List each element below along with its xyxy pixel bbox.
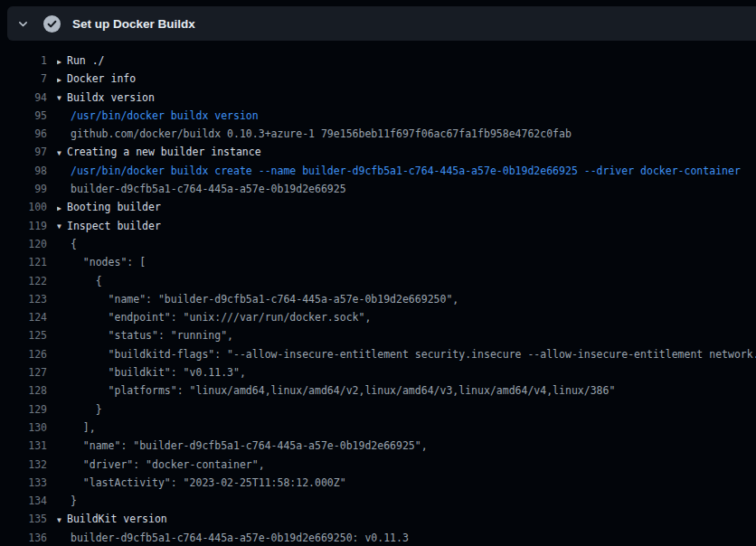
line-number[interactable]: 100 <box>0 198 47 216</box>
log-row: 134} <box>0 492 756 510</box>
output-text: "buildkit": "v0.11.3", <box>57 363 756 381</box>
log-row: 98/usr/bin/docker buildx create --name b… <box>0 162 756 180</box>
log-row: 99builder-d9cfb5a1-c764-445a-a57e-0b19d2… <box>0 180 756 198</box>
group-expanded-arrow-icon[interactable]: ▼ <box>57 512 67 529</box>
group-toggle[interactable]: ▼Inspect builder <box>57 217 756 235</box>
output-text: "name": "builder-d9cfb5a1-c764-445a-a57e… <box>57 290 756 308</box>
output-text: builder-d9cfb5a1-c764-445a-a57e-0b19d2e6… <box>57 180 756 198</box>
line-number[interactable]: 127 <box>0 363 47 381</box>
log-row: 125 "status": "running", <box>0 326 756 344</box>
output-text: } <box>57 492 756 510</box>
log-row: 129 } <box>0 400 756 419</box>
line-number[interactable]: 128 <box>0 381 47 400</box>
group-toggle[interactable]: ▼BuildKit version <box>57 510 756 528</box>
log-row: 128 "platforms": "linux/amd64,linux/amd6… <box>0 381 756 400</box>
output-text: { <box>57 272 756 290</box>
log-row: 95/usr/bin/docker buildx version <box>0 107 756 125</box>
line-number[interactable]: 125 <box>0 326 47 344</box>
line-number[interactable]: 95 <box>0 107 47 125</box>
group-collapsed-arrow-icon[interactable]: ▶ <box>57 71 67 89</box>
line-number[interactable]: 119 <box>0 217 47 235</box>
output-text: ], <box>57 419 756 437</box>
line-number[interactable]: 121 <box>0 253 47 271</box>
group-toggle[interactable]: ▼Creating a new builder instance <box>57 143 756 161</box>
output-text: "driver": "docker-container", <box>57 456 756 474</box>
group-expanded-arrow-icon[interactable]: ▼ <box>57 89 67 107</box>
group-collapsed-arrow-icon[interactable]: ▶ <box>57 53 67 71</box>
collapse-chevron-icon[interactable] <box>16 17 29 30</box>
line-number[interactable]: 98 <box>0 162 47 180</box>
step-success-check-icon <box>43 15 61 33</box>
line-number[interactable]: 94 <box>0 89 47 107</box>
output-text: "platforms": "linux/amd64,linux/amd64/v2… <box>57 381 756 400</box>
line-number[interactable]: 1 <box>0 52 47 70</box>
group-title[interactable]: Creating a new builder instance <box>67 146 261 158</box>
log-row: 130 ], <box>0 419 756 437</box>
group-toggle[interactable]: ▶Run ./ <box>57 52 756 70</box>
command-text: /usr/bin/docker buildx version <box>57 107 756 125</box>
line-number[interactable]: 133 <box>0 474 47 492</box>
log-row: 1▶Run ./ <box>0 52 756 70</box>
line-number[interactable]: 131 <box>0 437 47 455</box>
output-text: "status": "running", <box>57 326 756 344</box>
log-row: 135▼BuildKit version <box>0 510 756 528</box>
group-toggle[interactable]: ▼Buildx version <box>57 89 756 107</box>
line-number[interactable]: 135 <box>0 510 47 528</box>
line-number[interactable]: 132 <box>0 456 47 474</box>
log-row: 7▶Docker info <box>0 70 756 88</box>
line-number[interactable]: 134 <box>0 492 47 510</box>
group-title[interactable]: Docker info <box>67 72 136 85</box>
step-title: Set up Docker Buildx <box>72 17 195 31</box>
log-row: 119▼Inspect builder <box>0 217 756 235</box>
output-text: "lastActivity": "2023-02-25T11:58:12.000… <box>57 474 756 492</box>
log-row: 132 "driver": "docker-container", <box>0 456 756 474</box>
line-number[interactable]: 120 <box>0 235 47 253</box>
log-row: 126 "buildkitd-flags": "--allow-insecure… <box>0 345 756 363</box>
log-row: 127 "buildkit": "v0.11.3", <box>0 363 756 381</box>
log-row: 131 "name": "builder-d9cfb5a1-c764-445a-… <box>0 437 756 455</box>
line-number[interactable]: 124 <box>0 308 47 326</box>
line-number[interactable]: 129 <box>0 400 47 419</box>
log-viewer: 1▶Run ./7▶Docker info94▼Buildx version95… <box>0 41 756 546</box>
line-number[interactable]: 136 <box>0 529 47 546</box>
output-text: "buildkitd-flags": "--allow-insecure-ent… <box>57 345 756 363</box>
output-text: "endpoint": "unix:///var/run/docker.sock… <box>57 308 756 326</box>
log-row: 124 "endpoint": "unix:///var/run/docker.… <box>0 308 756 326</box>
output-text: "nodes": [ <box>57 253 756 271</box>
log-row: 122 { <box>0 272 756 290</box>
group-title[interactable]: Buildx version <box>67 91 155 104</box>
log-row: 121 "nodes": [ <box>0 253 756 271</box>
line-number[interactable]: 96 <box>0 125 47 143</box>
line-number[interactable]: 97 <box>0 143 47 161</box>
log-row: 96github.com/docker/buildx 0.10.3+azure-… <box>0 125 756 143</box>
log-row: 123 "name": "builder-d9cfb5a1-c764-445a-… <box>0 290 756 308</box>
output-text: builder-d9cfb5a1-c764-445a-a57e-0b19d2e6… <box>57 529 756 546</box>
command-text: /usr/bin/docker buildx create --name bui… <box>57 162 756 180</box>
log-row: 100▶Booting builder <box>0 198 756 216</box>
group-title[interactable]: Inspect builder <box>67 220 161 232</box>
group-title[interactable]: Run ./ <box>67 54 105 67</box>
output-text: github.com/docker/buildx 0.10.3+azure-1 … <box>57 125 756 143</box>
log-row: 136builder-d9cfb5a1-c764-445a-a57e-0b19d… <box>0 529 756 546</box>
output-text: } <box>57 400 756 419</box>
line-number[interactable]: 126 <box>0 345 47 363</box>
line-number[interactable]: 130 <box>0 419 47 437</box>
group-expanded-arrow-icon[interactable]: ▼ <box>57 145 67 162</box>
output-text: { <box>57 235 756 253</box>
line-number[interactable]: 99 <box>0 180 47 198</box>
step-header[interactable]: Set up Docker Buildx <box>7 6 756 41</box>
line-number[interactable]: 122 <box>0 272 47 290</box>
group-title[interactable]: BuildKit version <box>67 513 167 525</box>
group-expanded-arrow-icon[interactable]: ▼ <box>57 218 67 235</box>
output-text: "name": "builder-d9cfb5a1-c764-445a-a57e… <box>57 437 756 455</box>
group-toggle[interactable]: ▶Docker info <box>57 70 756 88</box>
group-collapsed-arrow-icon[interactable]: ▶ <box>57 200 67 217</box>
log-row: 133 "lastActivity": "2023-02-25T11:58:12… <box>0 474 756 492</box>
log-row: 120{ <box>0 235 756 253</box>
line-number[interactable]: 123 <box>0 290 47 308</box>
log-row: 97▼Creating a new builder instance <box>0 143 756 161</box>
group-title[interactable]: Booting builder <box>67 201 161 213</box>
log-row: 94▼Buildx version <box>0 89 756 107</box>
group-toggle[interactable]: ▶Booting builder <box>57 198 756 216</box>
line-number[interactable]: 7 <box>0 70 47 88</box>
